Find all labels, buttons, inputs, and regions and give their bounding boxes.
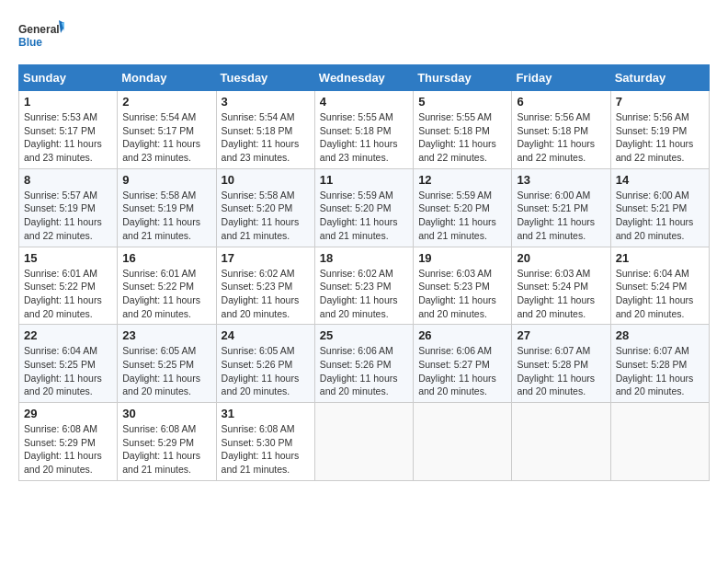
cell-info: Sunrise: 6:04 AMSunset: 5:25 PMDaylight:…: [24, 345, 102, 396]
page-header: General Blue: [18, 18, 710, 55]
day-number: 26: [418, 328, 506, 342]
day-number: 16: [122, 251, 210, 265]
cell-info: Sunrise: 6:07 AMSunset: 5:28 PMDaylight:…: [616, 345, 694, 396]
calendar-cell: 10 Sunrise: 5:58 AMSunset: 5:20 PMDaylig…: [216, 168, 314, 247]
calendar-cell: 12 Sunrise: 5:59 AMSunset: 5:20 PMDaylig…: [414, 168, 512, 247]
cell-info: Sunrise: 5:54 AMSunset: 5:17 PMDaylight:…: [122, 111, 200, 163]
day-number: 21: [616, 251, 704, 265]
cell-info: Sunrise: 6:03 AMSunset: 5:23 PMDaylight:…: [418, 268, 496, 319]
calendar-week-row: 1 Sunrise: 5:53 AMSunset: 5:17 PMDayligh…: [19, 91, 710, 169]
calendar-week-row: 8 Sunrise: 5:57 AMSunset: 5:19 PMDayligh…: [19, 168, 710, 247]
day-number: 25: [320, 328, 408, 342]
calendar-cell: 4 Sunrise: 5:55 AMSunset: 5:18 PMDayligh…: [314, 91, 413, 169]
calendar-week-row: 15 Sunrise: 6:01 AMSunset: 5:22 PMDaylig…: [19, 247, 710, 325]
calendar-cell: [314, 403, 413, 481]
cell-info: Sunrise: 5:56 AMSunset: 5:19 PMDaylight:…: [616, 111, 694, 163]
logo-svg: General Blue: [18, 18, 64, 55]
cell-info: Sunrise: 5:59 AMSunset: 5:20 PMDaylight:…: [320, 190, 398, 241]
cell-info: Sunrise: 6:02 AMSunset: 5:23 PMDaylight:…: [222, 268, 300, 319]
day-number: 4: [320, 95, 408, 109]
calendar-header-cell: Wednesday: [314, 65, 413, 91]
calendar-cell: 8 Sunrise: 5:57 AMSunset: 5:19 PMDayligh…: [19, 168, 118, 247]
calendar-cell: 31 Sunrise: 6:08 AMSunset: 5:30 PMDaylig…: [216, 403, 314, 481]
cell-info: Sunrise: 5:59 AMSunset: 5:20 PMDaylight:…: [418, 190, 496, 241]
day-number: 1: [24, 95, 112, 109]
svg-text:General: General: [18, 23, 60, 36]
calendar-cell: 28 Sunrise: 6:07 AMSunset: 5:28 PMDaylig…: [610, 325, 709, 403]
calendar-cell: 18 Sunrise: 6:02 AMSunset: 5:23 PMDaylig…: [314, 247, 413, 325]
cell-info: Sunrise: 5:55 AMSunset: 5:18 PMDaylight:…: [418, 111, 496, 163]
cell-info: Sunrise: 5:54 AMSunset: 5:18 PMDaylight:…: [222, 111, 300, 163]
calendar-header-row: SundayMondayTuesdayWednesdayThursdayFrid…: [19, 65, 710, 91]
cell-info: Sunrise: 6:05 AMSunset: 5:25 PMDaylight:…: [122, 345, 200, 396]
calendar-week-row: 22 Sunrise: 6:04 AMSunset: 5:25 PMDaylig…: [19, 325, 710, 403]
calendar-cell: 2 Sunrise: 5:54 AMSunset: 5:17 PMDayligh…: [118, 91, 216, 169]
cell-info: Sunrise: 6:06 AMSunset: 5:27 PMDaylight:…: [418, 345, 496, 396]
calendar-cell: 19 Sunrise: 6:03 AMSunset: 5:23 PMDaylig…: [414, 247, 512, 325]
cell-info: Sunrise: 6:01 AMSunset: 5:22 PMDaylight:…: [122, 268, 200, 319]
cell-info: Sunrise: 6:05 AMSunset: 5:26 PMDaylight:…: [222, 345, 300, 396]
logo: General Blue: [18, 18, 64, 55]
calendar-cell: 5 Sunrise: 5:55 AMSunset: 5:18 PMDayligh…: [414, 91, 512, 169]
cell-info: Sunrise: 5:53 AMSunset: 5:17 PMDaylight:…: [24, 111, 102, 163]
day-number: 9: [122, 173, 210, 187]
calendar-cell: 16 Sunrise: 6:01 AMSunset: 5:22 PMDaylig…: [118, 247, 216, 325]
cell-info: Sunrise: 5:58 AMSunset: 5:19 PMDaylight:…: [122, 190, 200, 241]
cell-info: Sunrise: 5:56 AMSunset: 5:18 PMDaylight:…: [517, 111, 595, 163]
calendar-cell: 3 Sunrise: 5:54 AMSunset: 5:18 PMDayligh…: [216, 91, 314, 169]
day-number: 15: [24, 251, 112, 265]
calendar-cell: 26 Sunrise: 6:06 AMSunset: 5:27 PMDaylig…: [414, 325, 512, 403]
calendar-cell: 6 Sunrise: 5:56 AMSunset: 5:18 PMDayligh…: [512, 91, 610, 169]
day-number: 7: [616, 95, 704, 109]
calendar-cell: [512, 403, 610, 481]
calendar-cell: 7 Sunrise: 5:56 AMSunset: 5:19 PMDayligh…: [610, 91, 709, 169]
cell-info: Sunrise: 5:55 AMSunset: 5:18 PMDaylight:…: [320, 111, 398, 163]
day-number: 23: [122, 328, 210, 342]
day-number: 2: [122, 95, 210, 109]
day-number: 31: [222, 407, 310, 420]
calendar-cell: 24 Sunrise: 6:05 AMSunset: 5:26 PMDaylig…: [216, 325, 314, 403]
cell-info: Sunrise: 6:00 AMSunset: 5:21 PMDaylight:…: [517, 190, 595, 241]
cell-info: Sunrise: 6:00 AMSunset: 5:21 PMDaylight:…: [616, 190, 694, 241]
calendar-table: SundayMondayTuesdayWednesdayThursdayFrid…: [18, 64, 710, 481]
calendar-cell: 25 Sunrise: 6:06 AMSunset: 5:26 PMDaylig…: [314, 325, 413, 403]
calendar-header-cell: Friday: [512, 65, 610, 91]
svg-text:Blue: Blue: [18, 36, 42, 49]
cell-info: Sunrise: 6:06 AMSunset: 5:26 PMDaylight:…: [320, 345, 398, 396]
cell-info: Sunrise: 6:08 AMSunset: 5:29 PMDaylight:…: [122, 423, 200, 475]
day-number: 30: [122, 407, 210, 420]
calendar-header-cell: Saturday: [610, 65, 709, 91]
cell-info: Sunrise: 5:58 AMSunset: 5:20 PMDaylight:…: [222, 190, 300, 241]
calendar-cell: 11 Sunrise: 5:59 AMSunset: 5:20 PMDaylig…: [314, 168, 413, 247]
calendar-cell: 29 Sunrise: 6:08 AMSunset: 5:29 PMDaylig…: [19, 403, 118, 481]
day-number: 18: [320, 251, 408, 265]
calendar-cell: 20 Sunrise: 6:03 AMSunset: 5:24 PMDaylig…: [512, 247, 610, 325]
calendar-cell: 1 Sunrise: 5:53 AMSunset: 5:17 PMDayligh…: [19, 91, 118, 169]
cell-info: Sunrise: 6:01 AMSunset: 5:22 PMDaylight:…: [24, 268, 102, 319]
day-number: 20: [517, 251, 605, 265]
day-number: 13: [517, 173, 605, 187]
calendar-body: 1 Sunrise: 5:53 AMSunset: 5:17 PMDayligh…: [19, 91, 710, 481]
calendar-cell: 15 Sunrise: 6:01 AMSunset: 5:22 PMDaylig…: [19, 247, 118, 325]
cell-info: Sunrise: 6:03 AMSunset: 5:24 PMDaylight:…: [517, 268, 595, 319]
day-number: 17: [222, 251, 310, 265]
day-number: 3: [222, 95, 310, 109]
calendar-header-cell: Thursday: [414, 65, 512, 91]
day-number: 6: [517, 95, 605, 109]
calendar-cell: 17 Sunrise: 6:02 AMSunset: 5:23 PMDaylig…: [216, 247, 314, 325]
calendar-cell: 30 Sunrise: 6:08 AMSunset: 5:29 PMDaylig…: [118, 403, 216, 481]
calendar-cell: 27 Sunrise: 6:07 AMSunset: 5:28 PMDaylig…: [512, 325, 610, 403]
day-number: 28: [616, 328, 704, 342]
calendar-cell: 21 Sunrise: 6:04 AMSunset: 5:24 PMDaylig…: [610, 247, 709, 325]
calendar-cell: 14 Sunrise: 6:00 AMSunset: 5:21 PMDaylig…: [610, 168, 709, 247]
day-number: 14: [616, 173, 704, 187]
cell-info: Sunrise: 6:07 AMSunset: 5:28 PMDaylight:…: [517, 345, 595, 396]
day-number: 19: [418, 251, 506, 265]
calendar-header-cell: Tuesday: [216, 65, 314, 91]
calendar-cell: [610, 403, 709, 481]
cell-info: Sunrise: 5:57 AMSunset: 5:19 PMDaylight:…: [24, 190, 102, 241]
cell-info: Sunrise: 6:04 AMSunset: 5:24 PMDaylight:…: [616, 268, 694, 319]
day-number: 27: [517, 328, 605, 342]
calendar-cell: [414, 403, 512, 481]
calendar-week-row: 29 Sunrise: 6:08 AMSunset: 5:29 PMDaylig…: [19, 403, 710, 481]
